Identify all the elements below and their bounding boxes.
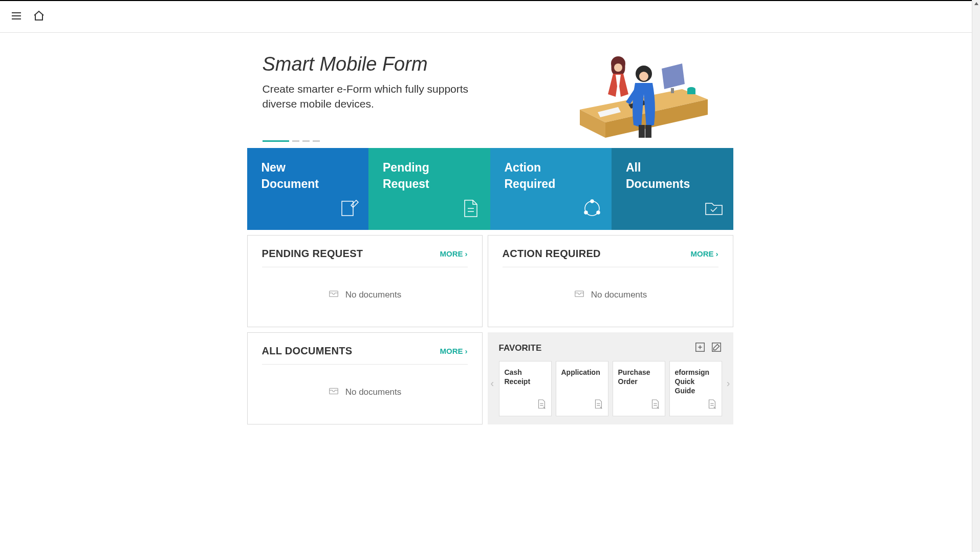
folder-check-icon xyxy=(704,198,724,221)
empty-state: No documents xyxy=(262,267,468,312)
favorite-card[interactable]: eformsign Quick Guide xyxy=(669,361,722,416)
favorite-actions xyxy=(694,342,722,355)
svg-point-16 xyxy=(639,72,648,81)
inbox-icon xyxy=(328,288,339,302)
chevron-right-icon: › xyxy=(716,249,718,258)
tile-label: Pending Request xyxy=(383,159,476,192)
panel-title: ALL DOCUMENTS xyxy=(262,345,353,357)
tile-label: All Documents xyxy=(626,159,719,192)
tile-action-required[interactable]: Action Required xyxy=(490,148,612,230)
more-link[interactable]: MORE › xyxy=(691,249,718,258)
panel-all-documents: ALL DOCUMENTS MORE › No documents xyxy=(247,332,483,424)
svg-rect-28 xyxy=(329,388,338,394)
carousel-dot[interactable] xyxy=(313,140,320,142)
carousel-indicator xyxy=(263,140,320,142)
carousel-dot[interactable] xyxy=(302,140,310,142)
main-content: Smart Mobile Form Create smarter e-Form … xyxy=(247,33,733,424)
favorite-card[interactable]: Purchase Order xyxy=(613,361,665,416)
empty-state: No documents xyxy=(262,365,468,409)
carousel-prev-icon[interactable]: ‹ xyxy=(491,377,494,389)
svg-point-23 xyxy=(591,200,594,203)
chevron-right-icon: › xyxy=(465,249,468,258)
panels-grid: PENDING REQUEST MORE › No documents ACTI… xyxy=(247,235,733,424)
document-icon xyxy=(593,398,604,412)
svg-point-25 xyxy=(597,211,600,214)
more-link[interactable]: MORE › xyxy=(440,347,468,355)
svg-rect-26 xyxy=(329,291,338,296)
panel-header: ACTION REQUIRED MORE › xyxy=(503,248,718,267)
inbox-icon xyxy=(328,385,339,399)
hero-banner: Smart Mobile Form Create smarter e-Form … xyxy=(247,33,733,148)
tile-label: Action Required xyxy=(505,159,598,192)
more-label: MORE xyxy=(691,249,714,258)
tile-label: New Document xyxy=(262,159,355,192)
home-icon[interactable] xyxy=(33,10,45,24)
more-label: MORE xyxy=(440,249,463,258)
svg-marker-6 xyxy=(662,63,685,89)
inbox-icon xyxy=(574,288,585,302)
add-icon[interactable] xyxy=(694,342,706,355)
panel-favorite: FAVORITE ‹ Cash Receipt Applicatio xyxy=(488,332,733,424)
favorite-card[interactable]: Application xyxy=(556,361,608,416)
edit-icon[interactable] xyxy=(711,342,722,355)
carousel-next-icon[interactable]: › xyxy=(727,377,730,389)
tile-new-document[interactable]: New Document xyxy=(247,148,369,230)
favorite-card-title: eformsign Quick Guide xyxy=(675,368,716,396)
document-icon xyxy=(461,198,481,221)
svg-rect-7 xyxy=(671,88,674,93)
carousel-dot[interactable] xyxy=(263,140,289,142)
panel-header: ALL DOCUMENTS MORE › xyxy=(262,345,468,365)
svg-rect-18 xyxy=(645,125,651,138)
favorite-card-title: Purchase Order xyxy=(618,368,660,386)
menu-icon[interactable] xyxy=(10,10,23,24)
panel-pending-request: PENDING REQUEST MORE › No documents xyxy=(247,235,483,327)
svg-rect-17 xyxy=(639,125,645,138)
document-icon xyxy=(649,398,661,412)
carousel-dot[interactable] xyxy=(292,140,299,142)
svg-point-13 xyxy=(614,63,622,72)
svg-rect-27 xyxy=(575,291,583,296)
document-icon xyxy=(706,398,717,412)
svg-rect-19 xyxy=(342,201,353,216)
cycle-icon xyxy=(582,198,602,221)
empty-text: No documents xyxy=(345,290,402,300)
favorite-card[interactable]: Cash Receipt xyxy=(499,361,552,416)
tile-all-documents[interactable]: All Documents xyxy=(612,148,733,230)
scrollbar[interactable] xyxy=(972,0,980,424)
topbar xyxy=(0,0,980,33)
document-icon xyxy=(536,398,547,412)
tile-pending-request[interactable]: Pending Request xyxy=(368,148,490,230)
hero-subtitle: Create smarter e-Form which fully suppor… xyxy=(263,81,483,112)
empty-text: No documents xyxy=(591,290,647,300)
svg-rect-9 xyxy=(687,89,695,94)
action-tiles: New Document Pending Request Action Requ… xyxy=(247,148,733,230)
hero-illustration xyxy=(570,43,713,145)
favorite-card-title: Application xyxy=(561,368,603,377)
panel-title: ACTION REQUIRED xyxy=(503,248,601,260)
panel-title: PENDING REQUEST xyxy=(262,248,363,260)
panel-header: PENDING REQUEST MORE › xyxy=(262,248,468,267)
empty-state: No documents xyxy=(503,267,718,312)
more-label: MORE xyxy=(440,347,463,355)
chevron-right-icon: › xyxy=(465,347,468,355)
favorite-header: FAVORITE xyxy=(499,342,722,355)
panel-title: FAVORITE xyxy=(499,343,542,353)
panel-action-required: ACTION REQUIRED MORE › No documents xyxy=(488,235,733,327)
empty-text: No documents xyxy=(345,387,402,397)
svg-point-24 xyxy=(584,211,587,214)
document-edit-icon xyxy=(339,198,359,221)
favorite-cards: Cash Receipt Application Purchase Order … xyxy=(499,361,722,416)
more-link[interactable]: MORE › xyxy=(440,249,468,258)
favorite-card-title: Cash Receipt xyxy=(505,368,546,386)
